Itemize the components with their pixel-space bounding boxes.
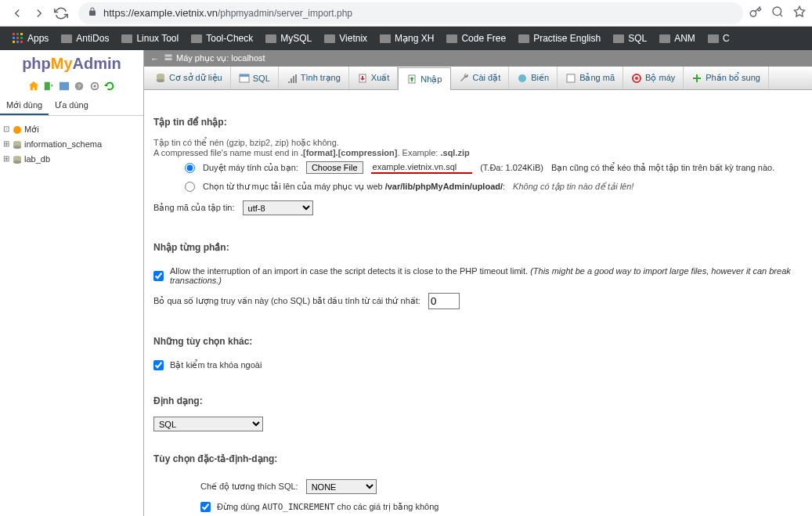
sql-icon[interactable] [59, 81, 70, 92]
section-other-options: Những tùy chọn khác: [153, 333, 803, 351]
lock-icon [88, 7, 97, 19]
server-label[interactable]: Máy phục vụ: localhost [176, 53, 265, 63]
bookmark-item[interactable]: ANM [653, 33, 702, 44]
sql-compat-row: Chế độ tương thích SQL: NONE [200, 475, 803, 499]
address-bar[interactable]: https://example.vietnix.vn/phpmyadmin/se… [78, 2, 743, 24]
url-domain: https://example.vietnix.vn [103, 7, 218, 19]
sidebar: phpMyAdmin ? Mới dùng Ưa dùng Mới inform… [0, 50, 144, 516]
svg-rect-30 [240, 74, 249, 77]
sql-compat-label: Chế độ tương thích SQL: [200, 482, 298, 492]
folder-icon [446, 34, 457, 43]
upload-dir-label: Chọn từ thư mục tải lên của máy phục vụ … [203, 182, 505, 192]
tree-db-item[interactable]: information_schema [3, 137, 140, 152]
tab-variables[interactable]: Biến [509, 67, 558, 89]
bookmark-item[interactable]: Mạng XH [374, 33, 440, 44]
exit-icon[interactable] [43, 81, 54, 92]
settings-icon[interactable] [89, 81, 100, 92]
no-autoinc-checkbox[interactable] [200, 502, 211, 512]
folder-icon [659, 34, 670, 43]
tab-settings[interactable]: Cài đặt [451, 67, 510, 89]
format-select[interactable]: SQL [153, 417, 263, 431]
bookmark-item[interactable]: C [702, 33, 736, 44]
wrench-icon [459, 73, 470, 84]
max-size: (T.Đa: 1.024KiB) [480, 163, 543, 172]
folder-icon [191, 34, 202, 43]
svg-rect-9 [16, 41, 19, 43]
svg-point-20 [13, 146, 21, 149]
allow-interrupt-checkbox[interactable] [153, 271, 164, 281]
plugin-icon [691, 73, 702, 84]
db-icon [13, 155, 22, 164]
browser-right-icons [749, 5, 806, 20]
tab-import[interactable]: Nhập [398, 67, 450, 90]
tab-export[interactable]: Xuất [349, 67, 399, 89]
folder-icon [61, 34, 72, 43]
tab-charsets[interactable]: Bảng mã [558, 67, 623, 89]
charset-label: Bảng mã của tập tin: [153, 203, 235, 213]
forward-button[interactable] [30, 4, 49, 23]
svg-rect-12 [60, 82, 69, 91]
var-icon [517, 73, 528, 84]
key-icon[interactable] [749, 5, 762, 20]
db-icon [155, 73, 166, 84]
bookmark-item[interactable]: Linux Tool [115, 33, 185, 44]
svg-point-33 [518, 74, 526, 82]
tab-databases[interactable]: Cơ sở dữ liệu [147, 67, 231, 89]
file-compress-hint: Tập tin có thể nén (gzip, bzip2, zip) ho… [153, 138, 803, 148]
tab-status[interactable]: Tình trạng [279, 67, 349, 89]
svg-rect-2 [13, 33, 15, 35]
bookmark-item[interactable]: Code Free [440, 33, 512, 44]
svg-rect-3 [16, 33, 19, 35]
engine-icon [631, 73, 642, 84]
recent-tab[interactable]: Mới dùng [0, 97, 49, 115]
bookmark-item[interactable]: AntiDos [55, 33, 115, 44]
star-icon[interactable] [793, 5, 806, 20]
doc-icon[interactable]: ? [74, 81, 85, 92]
back-button[interactable] [8, 4, 27, 23]
charset-select[interactable]: utf-8 [243, 200, 313, 215]
folder-icon [380, 34, 391, 43]
reload-button[interactable] [52, 4, 70, 23]
folder-icon [324, 34, 335, 43]
bookmark-item[interactable]: Practise English [512, 33, 607, 44]
choose-file-button[interactable]: Choose File [306, 161, 363, 174]
bookmark-apps[interactable]: Apps [6, 33, 55, 44]
sql-icon [239, 73, 250, 84]
tab-sql[interactable]: SQL [231, 67, 279, 89]
home-icon[interactable] [28, 81, 39, 92]
zoom-icon[interactable] [771, 5, 784, 20]
sidebar-quick-icons: ? [0, 78, 143, 97]
skip-queries-row: Bỏ qua số lượng truy vấn này (cho SQL) b… [153, 288, 803, 314]
collapse-icon[interactable]: ← [150, 54, 159, 63]
tab-plugins[interactable]: Phần bổ sung [684, 67, 769, 89]
apps-icon [13, 33, 23, 44]
server-breadcrumb: ← Máy phục vụ: localhost [144, 50, 812, 67]
section-partial-import: Nhập từng phần: [153, 239, 803, 257]
radio-upload-dir[interactable]: Chọn từ thư mục tải lên của máy phục vụ … [153, 178, 803, 196]
radio-browse[interactable] [185, 163, 195, 173]
bookmark-item[interactable]: SQL [607, 33, 653, 44]
phpmyadmin-logo[interactable]: phpMyAdmin [0, 50, 143, 78]
charset-row: Bảng mã của tập tin: utf-8 [153, 196, 803, 220]
bookmark-bar: Apps AntiDos Linux Tool Tool-Check MySQL… [0, 27, 812, 50]
bookmark-item[interactable]: Tool-Check [185, 33, 259, 44]
folder-icon [265, 34, 276, 43]
fieldset-file: Tập tin để nhập: Tập tin có thể nén (gzi… [153, 114, 803, 226]
bookmark-item[interactable]: Vietnix [318, 33, 374, 44]
tree-db-item[interactable]: lab_db [3, 152, 140, 167]
fk-check-checkbox[interactable] [153, 360, 164, 370]
reload-icon[interactable] [104, 81, 115, 92]
sql-compat-select[interactable]: NONE [306, 479, 377, 494]
radio-uploaddir[interactable] [185, 182, 195, 192]
favorites-tab[interactable]: Ưa dùng [49, 97, 95, 115]
bookmark-item[interactable]: MySQL [259, 33, 318, 44]
radio-browse-computer[interactable]: Duyệt máy tính của bạn: Choose File exam… [153, 157, 803, 178]
upload-dir-empty: Không có tập tin nào để tải lên! [513, 182, 633, 192]
no-autoinc-row: Đừng dùng AUTO_INCREMENT cho các giá trị… [200, 499, 803, 515]
svg-point-0 [773, 7, 781, 16]
tab-engines[interactable]: Bộ máy [623, 67, 684, 89]
skip-queries-input[interactable] [428, 293, 460, 309]
recent-fav-tabs: Mới dùng Ưa dùng [0, 97, 143, 116]
tree-new[interactable]: Mới [3, 122, 140, 137]
export-icon [357, 73, 368, 84]
